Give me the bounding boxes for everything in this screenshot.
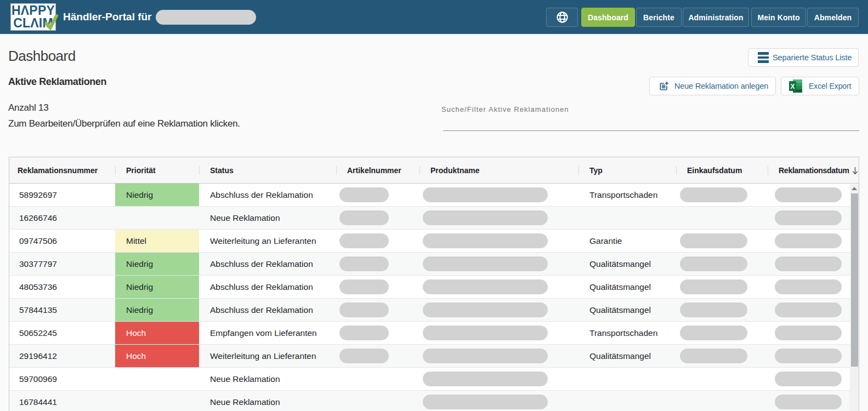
svg-text:X: X [790,83,795,90]
